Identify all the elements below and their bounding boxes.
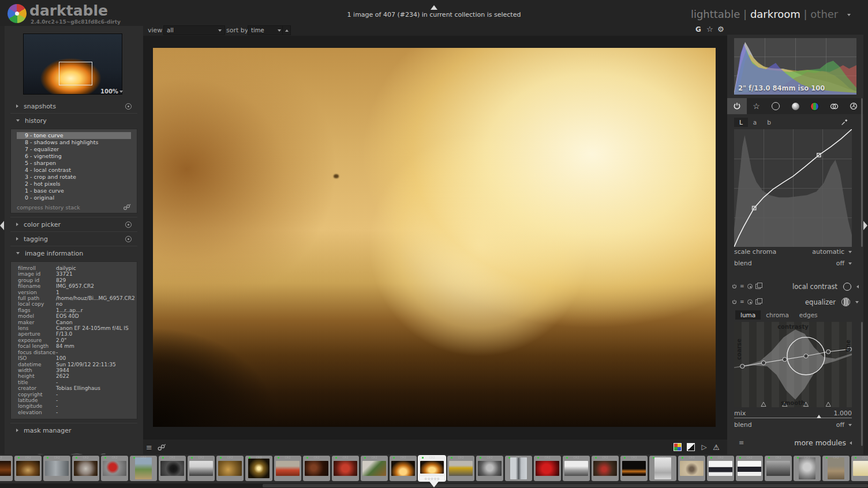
view-darkroom[interactable]: darkroom — [750, 8, 800, 20]
module-reset-icon[interactable] — [747, 299, 753, 305]
mix-slider-row[interactable]: mix 1.000 — [734, 410, 852, 417]
module-equalizer-header[interactable]: ≡ equalizer — [727, 297, 863, 307]
filmstrip-thumbnail-fire-dome[interactable]: CR2 — [390, 456, 417, 481]
filmstrip-thumbnail-glass-bottle[interactable]: CR2 — [43, 456, 70, 481]
filmstrip-thumbnail-martini-glass[interactable]: CR2 — [649, 456, 676, 481]
presets-icon[interactable] — [125, 236, 132, 242]
module-local-contrast-header[interactable]: ≡ local contrast — [727, 281, 863, 291]
module-title[interactable]: local contrast — [792, 283, 837, 291]
filmstrip-thumbnail-dark-teapot[interactable]: CR2 — [303, 456, 330, 481]
compress-history-button[interactable]: compress history stack — [17, 204, 80, 211]
filmstrip-thumbnail-snowy-tree[interactable]: CR2 — [188, 456, 215, 481]
tab-channel-b[interactable]: b — [762, 118, 776, 127]
module-group-basic-icon[interactable] — [766, 98, 785, 114]
tab-chroma[interactable]: chroma — [761, 310, 794, 320]
module-instance-icon[interactable] — [755, 284, 761, 289]
presets-icon[interactable] — [125, 103, 132, 110]
filmstrip-thumbnail-rail-signal[interactable]: CR2 — [130, 456, 157, 481]
module-group-favorites-icon[interactable]: ☆ — [747, 98, 766, 114]
bottom-panel-collapse-icon[interactable] — [428, 479, 440, 488]
filmstrip-thumbnail-pine-cones[interactable]: CR2 — [216, 456, 244, 481]
gamut-check-icon[interactable] — [674, 443, 682, 451]
section-snapshots[interactable]: snapshots — [10, 99, 137, 113]
section-history[interactable]: history — [10, 113, 137, 127]
history-item[interactable]: 1 - base curve — [17, 187, 131, 194]
filmstrip-thumbnail-lenses-shelf-a[interactable]: CR2 — [707, 456, 734, 481]
module-presets-icon[interactable]: ≡ — [740, 284, 744, 289]
sort-direction-button[interactable] — [282, 25, 291, 35]
history-item[interactable]: 7 - equalizer — [17, 146, 131, 153]
mix-slider[interactable] — [734, 418, 852, 418]
filmstrip-thumbnail-bw-shore-poles[interactable]: CR2 — [563, 456, 590, 481]
history-item[interactable]: 4 - local contrast — [17, 167, 131, 174]
module-title[interactable]: equalizer — [805, 298, 836, 306]
duplicate-manager-icon[interactable] — [157, 444, 166, 451]
right-scrollbar[interactable] — [861, 322, 863, 446]
filmstrip-thumbnail-tea-lights[interactable]: CR2 — [274, 456, 301, 481]
filmstrip-thumbnail-bw-racks[interactable]: CR2 — [765, 456, 792, 481]
module-power-icon[interactable] — [732, 299, 737, 305]
history-item[interactable]: 3 - crop and rotate — [17, 174, 131, 181]
grouping-toggle-button[interactable]: G — [695, 25, 701, 33]
tab-luma[interactable]: luma — [735, 310, 761, 320]
scale-chroma-row[interactable]: scale chroma automatic — [734, 248, 852, 256]
history-item[interactable]: 8 - shadows and highlights — [17, 139, 131, 146]
main-image[interactable] — [153, 48, 716, 427]
filmstrip-thumbnail-camera-lens[interactable]: CR2 — [159, 456, 186, 481]
filmstrip-thumbnail-christmas-ornaments[interactable]: CR2 — [332, 456, 359, 481]
module-power-icon[interactable] — [732, 284, 737, 289]
blend-value[interactable]: off — [836, 260, 844, 267]
zoom-level-select[interactable]: 100% — [100, 88, 123, 95]
filmstrip-thumbnail-glass-chess-pieces[interactable]: CR2 — [14, 456, 42, 481]
module-mask-circle-icon[interactable] — [843, 283, 851, 291]
navigation-preview[interactable] — [23, 33, 122, 95]
filmstrip-thumbnail-bw-statue[interactable]: CR2 — [794, 456, 821, 481]
overexposure-warning-icon[interactable]: ⚠ — [712, 443, 720, 451]
module-presets-icon[interactable]: ≡ — [740, 299, 744, 305]
tab-edges[interactable]: edges — [794, 310, 823, 320]
right-panel-collapse-icon[interactable] — [863, 221, 867, 232]
view-region-rect[interactable] — [59, 62, 92, 86]
module-group-tone-icon[interactable] — [785, 98, 805, 114]
softproof-icon[interactable] — [687, 443, 695, 451]
module-reset-icon[interactable] — [747, 284, 753, 289]
filmstrip-thumbnail-lenses-shelf-b[interactable]: CR2 — [736, 456, 763, 481]
tab-channel-L[interactable]: L — [734, 118, 748, 127]
view-filter-select[interactable]: all — [163, 25, 225, 35]
filmstrip-thumbnail-dark-horizon[interactable]: CR2 — [620, 456, 648, 481]
left-panel-collapse-icon[interactable] — [0, 221, 4, 232]
filmstrip-thumbnail-silver-bowl[interactable]: CR2 — [476, 456, 503, 481]
tab-channel-a[interactable]: a — [748, 118, 762, 127]
history-item[interactable]: 6 - vignetting — [17, 153, 131, 160]
filmstrip-thumbnail-santa-figurine[interactable]: CR2 — [592, 456, 619, 481]
tone-curve-graph[interactable] — [734, 129, 852, 247]
section-mask-manager[interactable]: mask manager — [10, 423, 137, 437]
module-instance-icon[interactable] — [755, 299, 761, 305]
filmstrip-thumbnail-red-valve[interactable]: CR2 — [101, 456, 128, 481]
scale-chroma-value[interactable]: automatic — [812, 248, 844, 256]
favorite-filter-icon[interactable]: ☆ — [706, 25, 713, 33]
module-group-active-power-icon[interactable] — [727, 98, 747, 114]
compress-history-icon[interactable] — [123, 204, 131, 211]
filmstrip-thumbnail-forest-path[interactable]: CR2 — [822, 456, 850, 481]
history-item[interactable]: 2 - hot pixels — [17, 181, 131, 187]
hamburger-icon[interactable]: ≡ — [739, 439, 744, 446]
module-expanded-icon[interactable] — [855, 301, 859, 303]
module-group-effects-icon[interactable] — [844, 98, 863, 114]
mix-slider-handle[interactable] — [817, 415, 821, 418]
filmstrip-thumbnail-metal-sculpture[interactable]: CR2 — [505, 456, 532, 481]
blend-value[interactable]: off — [836, 421, 844, 429]
histogram-panel[interactable]: 2" f/13.0 84mm iso 100 — [734, 38, 856, 95]
filmstrip-thumbnail-machine-hall[interactable]: CR2 — [447, 456, 474, 481]
sort-by-select[interactable]: time — [248, 25, 285, 35]
section-color-picker[interactable]: color picker — [10, 217, 137, 231]
filmstrip-thumbnail-bright-edge[interactable]: CR2 — [851, 456, 868, 481]
module-collapsed-icon[interactable] — [856, 285, 859, 288]
filmstrip-thumbnail-star-light[interactable]: CR2 — [245, 456, 272, 481]
section-image-information[interactable]: image information — [10, 246, 137, 260]
more-modules-label[interactable]: more modules — [794, 438, 846, 447]
preferences-gear-icon[interactable]: ⚙ — [717, 25, 724, 33]
presets-icon[interactable] — [125, 222, 132, 228]
view-other[interactable]: other — [810, 8, 838, 20]
history-item[interactable]: 9 - tone curve — [17, 132, 131, 139]
